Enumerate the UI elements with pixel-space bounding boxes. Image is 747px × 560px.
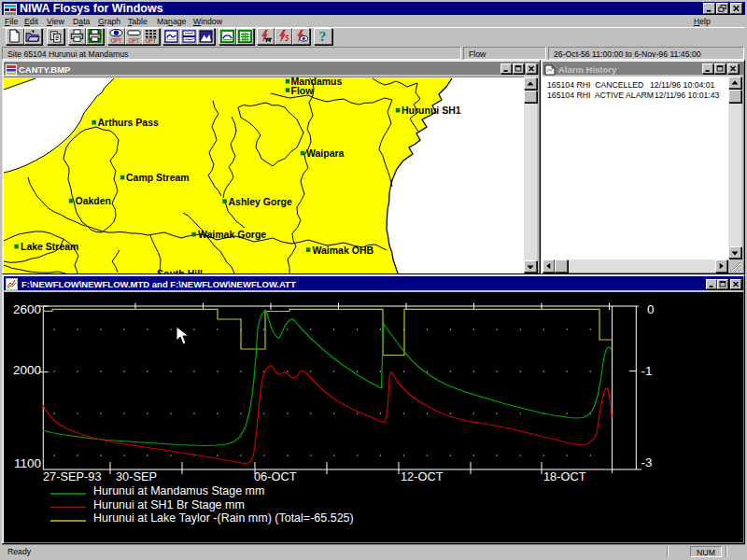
svg-text:Flow: Flow [291, 85, 315, 96]
svg-text:30-SEP: 30-SEP [116, 469, 157, 483]
svg-text:Waimak OHB: Waimak OHB [313, 245, 374, 256]
svg-text:OPT: OPT [145, 37, 156, 43]
svg-text:Oakden: Oakden [76, 195, 112, 206]
svg-text:?: ? [319, 29, 327, 43]
svg-text:Ashley Gorge: Ashley Gorge [229, 196, 292, 207]
svg-text:Hurunui SH1: Hurunui SH1 [402, 105, 461, 116]
svg-text:Waipara: Waipara [306, 147, 345, 159]
svg-text:South Hill: South Hill [157, 268, 203, 273]
svg-text:Camp Stream: Camp Stream [126, 172, 190, 183]
svg-text:Waimak Gorge: Waimak Gorge [198, 229, 266, 240]
svg-text:0: 0 [647, 302, 655, 316]
svg-text:Hurunui at SH1 Br Stage mm: Hurunui at SH1 Br Stage mm [93, 498, 245, 511]
svg-text:27-SEP-93: 27-SEP-93 [43, 469, 102, 483]
svg-text:OPT: OPT [110, 37, 121, 43]
svg-text:1100: 1100 [14, 456, 41, 470]
svg-text:-1: -1 [641, 364, 653, 378]
svg-text:12-OCT: 12-OCT [401, 469, 444, 483]
svg-text:Hurunui at Mandamus Stage mm: Hurunui at Mandamus Stage mm [93, 484, 264, 497]
svg-text:Lake Stream: Lake Stream [21, 241, 78, 252]
svg-text:06-OCT: 06-OCT [254, 469, 297, 483]
svg-text:Arthurs Pass: Arthurs Pass [98, 117, 160, 128]
svg-text:2600: 2600 [13, 302, 41, 316]
svg-text:OPT: OPT [129, 37, 140, 43]
svg-text:2000: 2000 [13, 363, 41, 377]
svg-text:Hurunui at Lake Taylor -(Rai: Hurunui at Lake Taylor -(Rain mm) (Total… [93, 511, 354, 525]
svg-text:18-OCT: 18-OCT [543, 469, 586, 483]
svg-text:-3: -3 [641, 455, 653, 469]
